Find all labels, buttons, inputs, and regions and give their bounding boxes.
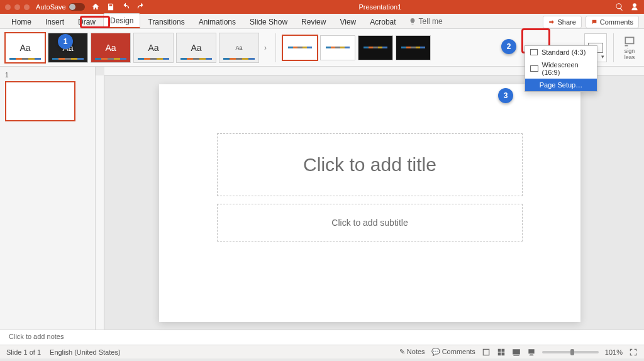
autosave-label: AutoSave: [36, 3, 66, 11]
window-title: Presentation1: [145, 3, 615, 11]
subtitle-placeholder[interactable]: Click to add subtitle: [217, 204, 523, 242]
zoom-slider[interactable]: [542, 351, 599, 353]
thumb-number: 1: [5, 72, 90, 79]
max-dot[interactable]: [24, 4, 30, 10]
workspace: 1 Click to add title Click to add subtit…: [0, 67, 644, 330]
comments-toggle[interactable]: 💬 Comments: [431, 348, 475, 356]
user-icon[interactable]: [630, 3, 639, 11]
redo-icon[interactable]: [136, 3, 145, 11]
thumbnail-panel: 1: [0, 67, 96, 330]
status-bar: Slide 1 of 1 English (United States) ✎ N…: [0, 345, 644, 358]
variant-4[interactable]: [396, 35, 431, 60]
themes-more[interactable]: ›: [262, 43, 269, 52]
variant-2[interactable]: [320, 35, 355, 60]
tab-slideshow[interactable]: Slide Show: [243, 15, 294, 28]
theme-red[interactable]: Aa: [91, 33, 131, 63]
normal-view-icon[interactable]: [482, 348, 491, 357]
tab-review[interactable]: Review: [295, 15, 332, 28]
callout-3: 3: [498, 88, 513, 103]
theme-office[interactable]: Aa: [5, 33, 45, 63]
traffic-lights: [5, 4, 30, 10]
menu-widescreen[interactable]: Widescreen (16:9): [525, 58, 597, 79]
theme-gray2[interactable]: Aa: [176, 33, 216, 63]
fit-window-icon[interactable]: [629, 348, 638, 357]
theme-gray1[interactable]: Aa: [133, 33, 174, 63]
callout-2: 2: [501, 39, 516, 54]
tab-animations[interactable]: Animations: [192, 15, 242, 28]
tab-home[interactable]: Home: [5, 15, 38, 28]
autosave-group: AutoSave: [36, 3, 85, 11]
tab-insert[interactable]: Insert: [39, 15, 70, 28]
notes-pane[interactable]: Click to add notes: [0, 330, 644, 345]
slide-thumbnail-1[interactable]: [5, 81, 75, 121]
notes-toggle[interactable]: ✎ Notes: [399, 348, 425, 356]
comments-button[interactable]: Comments: [586, 16, 639, 28]
title-placeholder[interactable]: Click to add title: [217, 133, 523, 196]
tab-acrobat[interactable]: Acrobat: [364, 15, 402, 28]
reading-view-icon[interactable]: [512, 348, 521, 357]
min-dot[interactable]: [14, 4, 20, 10]
separator: [275, 33, 276, 62]
slide-size-menu: Standard (4:3) Widescreen (16:9) Page Se…: [525, 45, 597, 92]
design-ideas-button[interactable]: sign leas: [620, 35, 639, 60]
titlebar: AutoSave Presentation1: [0, 0, 644, 14]
bulb-icon: [409, 18, 416, 25]
callout-1: 1: [58, 34, 73, 49]
tab-design[interactable]: Design: [103, 13, 140, 28]
tab-view[interactable]: View: [333, 15, 362, 28]
theme-gray3[interactable]: Aa: [219, 33, 259, 63]
close-dot[interactable]: [5, 4, 11, 10]
language[interactable]: English (United States): [50, 348, 121, 356]
sorter-view-icon[interactable]: [497, 348, 506, 357]
quick-access-toolbar: [91, 3, 145, 11]
share-button[interactable]: Share: [543, 16, 581, 28]
slide[interactable]: Click to add title Click to add subtitle: [159, 84, 580, 322]
design-ideas-icon: [623, 35, 636, 48]
undo-icon[interactable]: [121, 3, 130, 11]
share-icon: [548, 19, 555, 25]
tell-me[interactable]: Tell me: [404, 14, 448, 28]
variant-1[interactable]: [282, 35, 318, 60]
home-icon[interactable]: [91, 3, 100, 11]
menu-page-setup[interactable]: Page Setup…: [525, 79, 597, 91]
save-icon[interactable]: [106, 3, 115, 11]
chevron-down-icon: ▾: [601, 53, 604, 60]
variant-3[interactable]: [358, 35, 393, 60]
tab-draw[interactable]: Draw: [72, 15, 102, 28]
zoom-value[interactable]: 101%: [605, 348, 623, 356]
search-icon[interactable]: [615, 3, 624, 11]
ribbon-tabs: Home Insert Draw Design Transitions Anim…: [0, 14, 644, 29]
autosave-toggle[interactable]: [69, 3, 85, 11]
comment-icon: [591, 19, 597, 25]
separator: [613, 33, 614, 62]
menu-standard[interactable]: Standard (4:3): [525, 46, 597, 58]
slide-canvas: Click to add title Click to add subtitle: [96, 67, 644, 330]
tab-transitions[interactable]: Transitions: [142, 15, 191, 28]
ruler-vertical: [96, 75, 104, 330]
slideshow-view-icon[interactable]: [527, 348, 536, 357]
slide-counter: Slide 1 of 1: [6, 348, 41, 356]
